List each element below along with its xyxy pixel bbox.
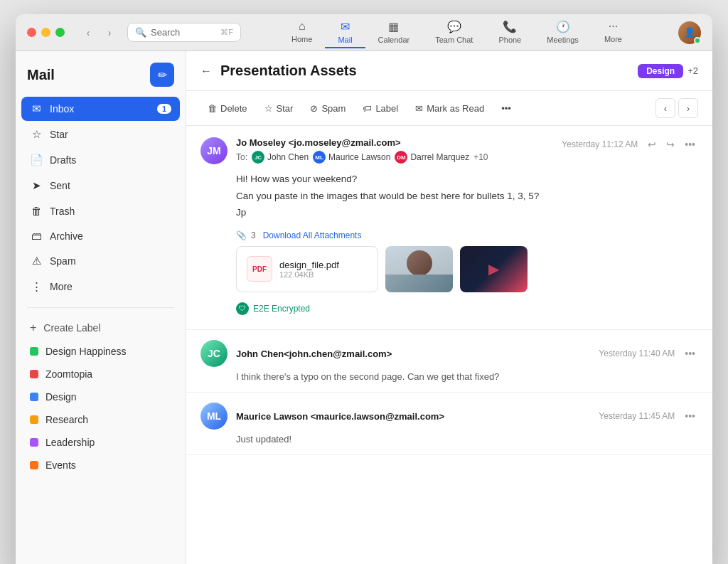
more-toolbar-button[interactable]: ••• bbox=[494, 100, 518, 117]
image-attachment-1[interactable] bbox=[385, 246, 453, 292]
main-layout: Mail ✏ ✉ Inbox 1 ☆ Star 📄 Drafts ➤ bbox=[16, 51, 712, 564]
search-label: Search bbox=[151, 27, 180, 38]
message-1-avatar: JM bbox=[200, 137, 228, 164]
trash-icon: 🗑 bbox=[30, 205, 43, 217]
sent-icon: ➤ bbox=[30, 179, 43, 192]
message-2-more-button[interactable]: ••• bbox=[682, 346, 698, 361]
tab-meetings[interactable]: 🕐 Meetings bbox=[534, 17, 592, 48]
nav-tabs: ⌂ Home ✉ Mail ▦ Calendar 💬 Team Chat 📞 P… bbox=[250, 17, 664, 48]
message-1-attachments: 📎 3 Download All Attachments PDF design_… bbox=[236, 230, 698, 292]
message-1-meta: Yesterday 11:12 AM ↩ ↪ ••• bbox=[562, 137, 698, 151]
message-2: JC John Chen<john.chen@zmail.com> Yester… bbox=[186, 330, 712, 393]
tab-home[interactable]: ⌂ Home bbox=[279, 17, 325, 48]
label-events[interactable]: Events bbox=[21, 454, 180, 476]
user-avatar-container[interactable]: 👤 bbox=[678, 21, 701, 44]
e2e-encrypted-badge: 🛡 E2E Encrypted bbox=[236, 302, 698, 315]
label-color-research bbox=[30, 415, 38, 424]
label-research[interactable]: Research bbox=[21, 409, 180, 430]
sidebar-divider bbox=[27, 307, 174, 308]
tab-mail[interactable]: ✉ Mail bbox=[325, 17, 365, 48]
label-zoomtopia[interactable]: Zoomtopia bbox=[21, 363, 180, 385]
delete-button[interactable]: 🗑 Delete bbox=[200, 100, 255, 117]
next-message-button[interactable]: › bbox=[678, 98, 698, 118]
message-1-sender-name: Jo Moseley <jo.moseley@zmail.com> bbox=[236, 137, 553, 148]
label-name-design-happiness: Design Happiness bbox=[46, 346, 127, 357]
sidebar-item-star[interactable]: ☆ Star bbox=[21, 122, 180, 147]
tab-calendar[interactable]: ▦ Calendar bbox=[365, 17, 423, 48]
tag-extra[interactable]: +2 bbox=[687, 65, 698, 76]
tag-design[interactable]: Design bbox=[638, 64, 683, 78]
message-2-meta: Yesterday 11:40 AM ••• bbox=[599, 346, 698, 361]
sidebar-title: Mail bbox=[27, 67, 55, 83]
sidebar-item-spam[interactable]: ⚠ Spam bbox=[21, 249, 180, 273]
e2e-label: E2E Encrypted bbox=[253, 304, 310, 314]
message-1-header: JM Jo Moseley <jo.moseley@zmail.com> To:… bbox=[200, 137, 698, 164]
message-3-actions: ••• bbox=[682, 409, 698, 423]
sidebar-item-inbox[interactable]: ✉ Inbox 1 bbox=[21, 97, 180, 121]
app-window: ‹ › 🔍 Search ⌘F ⌂ Home ✉ Mail ▦ Calendar… bbox=[16, 14, 712, 564]
create-label-text: Create Label bbox=[43, 322, 100, 334]
forward-nav-button[interactable]: › bbox=[100, 23, 119, 42]
pdf-filesize: 122.04KB bbox=[279, 270, 339, 279]
reply-button[interactable]: ↩ bbox=[645, 137, 659, 151]
label-name-design: Design bbox=[46, 391, 77, 403]
minimize-button[interactable] bbox=[41, 28, 50, 37]
pdf-filename: design_file.pdf bbox=[279, 260, 339, 270]
label-design-happiness[interactable]: Design Happiness bbox=[21, 341, 180, 362]
calendar-icon: ▦ bbox=[388, 20, 399, 33]
label-leadership[interactable]: Leadership bbox=[21, 432, 180, 453]
sidebar-item-sent[interactable]: ➤ Sent bbox=[21, 174, 180, 198]
tab-phone[interactable]: 📞 Phone bbox=[486, 17, 534, 48]
maximize-button[interactable] bbox=[55, 28, 65, 37]
search-bar[interactable]: 🔍 Search ⌘F bbox=[127, 23, 241, 42]
download-all-button[interactable]: Download All Attachments bbox=[263, 230, 362, 240]
message-1-more-button[interactable]: ••• bbox=[682, 137, 698, 151]
back-nav-button[interactable]: ‹ bbox=[79, 23, 97, 42]
ellipsis-icon: ••• bbox=[501, 103, 511, 114]
mark-as-read-button[interactable]: ✉ Mark as Read bbox=[408, 100, 491, 117]
sidebar-item-archive[interactable]: 🗃 Archive bbox=[21, 224, 180, 248]
prev-message-button[interactable]: ‹ bbox=[655, 98, 675, 118]
message-1: JM Jo Moseley <jo.moseley@zmail.com> To:… bbox=[186, 126, 712, 330]
inbox-icon: ✉ bbox=[30, 102, 43, 115]
label-name-research: Research bbox=[46, 414, 88, 425]
more-nav-icon: ··· bbox=[609, 20, 618, 33]
sidebar-item-drafts[interactable]: 📄 Drafts bbox=[21, 148, 180, 172]
thread-tags: Design +2 bbox=[638, 64, 698, 78]
image-attachment-2[interactable]: ▶ bbox=[460, 246, 528, 292]
spam-button[interactable]: ⊘ Spam bbox=[303, 100, 353, 117]
shield-icon: 🛡 bbox=[236, 302, 249, 315]
mark-as-read-label: Mark as Read bbox=[427, 103, 484, 114]
traffic-lights bbox=[27, 28, 65, 37]
label-button[interactable]: 🏷 Label bbox=[355, 100, 405, 117]
pdf-attachment[interactable]: PDF design_file.pdf 122.04KB bbox=[236, 246, 378, 292]
close-button[interactable] bbox=[27, 28, 36, 37]
thread-title: Presentation Assets bbox=[220, 63, 357, 79]
delete-label: Delete bbox=[220, 103, 247, 114]
star-button[interactable]: ☆ Star bbox=[257, 100, 301, 117]
message-3-avatar: ML bbox=[200, 403, 228, 430]
tab-mail-label: Mail bbox=[338, 36, 352, 44]
tab-more[interactable]: ··· More bbox=[592, 17, 635, 48]
recipients-more: +10 bbox=[473, 152, 488, 162]
label-design[interactable]: Design bbox=[21, 386, 180, 408]
message-1-time: Yesterday 11:12 AM bbox=[562, 139, 638, 149]
recipient-maurice-avatar: ML bbox=[313, 151, 326, 164]
plus-icon: + bbox=[30, 321, 36, 334]
drafts-label: Drafts bbox=[50, 154, 76, 166]
forward-button[interactable]: ↪ bbox=[663, 137, 678, 151]
message-3-more-button[interactable]: ••• bbox=[682, 409, 698, 423]
message-1-recipients: To: JC John Chen ML Maurice Lawson bbox=[236, 151, 553, 164]
message-3-info: Maurice Lawson <maurice.lawson@zmail.com… bbox=[236, 410, 590, 422]
message-1-body: Hi! How was your weekend? Can you paste … bbox=[236, 171, 698, 220]
sidebar-item-more[interactable]: ⋮ More bbox=[21, 275, 180, 299]
back-button[interactable]: ← bbox=[200, 65, 212, 78]
thread-header: ← Presentation Assets Design +2 bbox=[186, 51, 712, 91]
compose-button[interactable]: ✏ bbox=[150, 63, 174, 87]
tab-team-chat[interactable]: 💬 Team Chat bbox=[422, 17, 486, 48]
sidebar-item-trash[interactable]: 🗑 Trash bbox=[21, 199, 180, 223]
label-section: + Create Label Design Happiness Zoomtopi… bbox=[16, 316, 186, 476]
sidebar-nav: ✉ Inbox 1 ☆ Star 📄 Drafts ➤ Sent 🗑 bbox=[16, 97, 186, 299]
create-label-button[interactable]: + Create Label bbox=[21, 316, 180, 339]
message-1-line-1: Hi! How was your weekend? bbox=[236, 171, 698, 187]
